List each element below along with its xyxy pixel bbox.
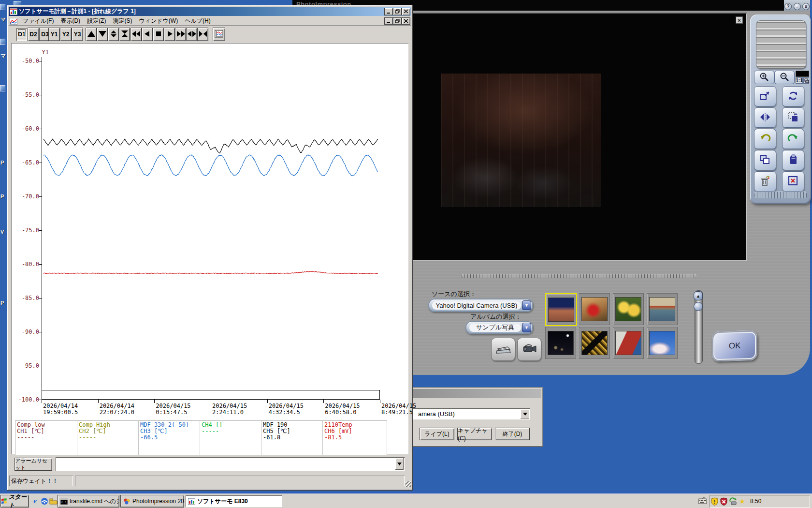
resize-button[interactable]: [754, 86, 776, 106]
series-value: -----: [202, 428, 261, 434]
photoimpression-icon: [123, 498, 130, 505]
paste-button[interactable]: [782, 150, 804, 170]
thumbnail-harbor-town[interactable]: [647, 293, 678, 325]
desktop-icon-fragment: [0, 39, 5, 45]
help-button[interactable]: ?: [784, 3, 792, 10]
desktop-icon-label-fragment: P: [0, 194, 4, 199]
series-value: -81.5: [324, 434, 384, 441]
alarm-reset-button[interactable]: アラームリセット: [15, 458, 52, 470]
album-select-label: アルバムの選択：: [470, 313, 522, 321]
ok-button[interactable]: OK: [712, 330, 757, 361]
y-axis-line: [42, 57, 42, 400]
harbor-town-image: [649, 297, 675, 321]
taskbar-task-3[interactable]: ソフトサーモ E830: [186, 495, 282, 507]
redo-button[interactable]: [782, 129, 804, 149]
series-value: -----: [17, 434, 77, 441]
thumbnail-night-skyline[interactable]: [545, 327, 576, 359]
tray-shield-error-icon[interactable]: [720, 497, 728, 506]
keyboard-layout-icon[interactable]: [698, 497, 707, 506]
zoom-in-button[interactable]: [754, 71, 774, 84]
scanner-icon: [495, 343, 511, 356]
scroll-ball[interactable]: [694, 302, 703, 311]
thumbnail-yellow-flowers[interactable]: [613, 293, 644, 325]
actual-size-button[interactable]: 1:1: [796, 77, 803, 84]
camera-source-button[interactable]: [517, 338, 541, 361]
zoom-in-icon: [759, 72, 769, 83]
scroll-up-button[interactable]: ▲: [694, 291, 703, 300]
x-axis-label: 2026/04/15 0:15:47.5: [156, 403, 200, 416]
y-axis-label: -80.0: [17, 261, 39, 268]
chevron-down-icon[interactable]: ▼: [522, 300, 531, 310]
live-button[interactable]: ライブ(L): [420, 428, 454, 440]
legend-ch2: Comp-HighCH2 [℃]-----: [77, 421, 138, 455]
thumbnail-cardinal-bird[interactable]: [579, 293, 610, 325]
softthermo-icon: [188, 498, 195, 505]
resize-grip[interactable]: [406, 481, 411, 487]
exit-button[interactable]: 終了(D): [495, 428, 529, 440]
scanner-source-button[interactable]: [491, 338, 515, 361]
yellow-flowers-image: [615, 297, 641, 321]
flip-horizontal-button[interactable]: [754, 107, 776, 128]
desktop-icon-fragment: [0, 85, 5, 91]
album-select-dropdown[interactable]: サンプル写真 ▼: [465, 321, 533, 334]
y-axis-label: -70.0: [17, 193, 39, 200]
alarm-combobox[interactable]: [56, 457, 405, 471]
cardinal-bird-image: [581, 297, 608, 321]
close-button[interactable]: x: [802, 3, 810, 10]
chevron-down-icon[interactable]: [521, 409, 529, 418]
remove-button[interactable]: [782, 171, 804, 192]
video-camera-icon: [521, 343, 537, 356]
thumbnail-rock-spires[interactable]: [545, 293, 577, 326]
legend-ch3: MDF-330-2(-50)CH3 [℃]-66.5: [138, 421, 200, 455]
gold-weave-image: [581, 331, 608, 355]
thumbnail-scrollbar[interactable]: [695, 290, 703, 364]
desktop-icon-label-fragment: P: [0, 160, 4, 165]
capture-button[interactable]: キャプチャ(C): [458, 428, 492, 440]
chevron-down-icon[interactable]: ▼: [522, 323, 531, 332]
quicklaunch-ie-icon[interactable]: e: [31, 497, 39, 505]
tray-icons: !★: [710, 497, 746, 506]
taskbar-task-2[interactable]: PhotoImpression 2000: [121, 495, 184, 507]
source-select-dropdown[interactable]: Yahoo! Digital Camera (USB) ▼: [428, 299, 533, 312]
series-ch5-line: [44, 139, 378, 153]
crop-rotate-button[interactable]: [782, 107, 804, 128]
taskbar-task-1[interactable]: C:\transfile.cmd へのショート...: [58, 495, 119, 507]
y-axis-label: -90.0: [17, 329, 39, 335]
quicklaunch-folder-icon[interactable]: [49, 497, 58, 505]
y-axis-label: -75.0: [17, 227, 39, 234]
tray-update-device-icon[interactable]: [729, 497, 737, 506]
desktop-icon-fragment: [0, 4, 5, 10]
chevron-down-icon[interactable]: [395, 458, 404, 470]
start-button[interactable]: スタート: [1, 495, 29, 507]
zoom-out-button[interactable]: [774, 71, 795, 84]
thumbnail-gold-weave[interactable]: [579, 327, 610, 359]
series-ch6-line: [44, 271, 378, 274]
tray-shield-warning-icon[interactable]: !: [710, 497, 719, 506]
delete-button[interactable]: [754, 171, 776, 192]
x-tick-mark: [380, 400, 380, 403]
x-axis-label: 2026/04/14 22:07:24.0: [100, 403, 144, 416]
close-icon[interactable]: ×: [736, 16, 743, 24]
delete-icon: [759, 175, 771, 188]
desktop-icon-label-fragment: マ: [0, 52, 6, 60]
y-axis-label: -50.0: [17, 58, 39, 64]
series-ch3-line: [44, 155, 378, 176]
series-value: -66.5: [140, 434, 200, 441]
thumbnail-ship-flag[interactable]: [613, 327, 644, 359]
thumbnail-sky-clouds[interactable]: [647, 327, 678, 359]
panel-bottom-grip[interactable]: [754, 192, 807, 198]
undo-button[interactable]: [754, 129, 776, 149]
rotate-button[interactable]: [782, 86, 804, 106]
zoom-value-display: [796, 71, 809, 77]
fit-window-icon[interactable]: [803, 77, 809, 84]
softthermo-window: ソフトサーモ計測－計測1 - [折れ線グラフ 1] ファイル(F)表示(D)設定…: [7, 5, 413, 491]
legend-ch5: MDF-190CH5 [℃]-61.8: [261, 421, 322, 455]
chart-title: Y1: [29, 49, 49, 56]
copy-button[interactable]: [754, 150, 776, 170]
panel-grip[interactable]: [756, 20, 806, 69]
tray-star-icon[interactable]: ★: [738, 497, 746, 506]
quicklaunch-channels-icon[interactable]: [40, 497, 48, 505]
task-label: ソフトサーモ E830: [197, 497, 248, 506]
minimize-button[interactable]: -: [794, 3, 801, 10]
start-label: スタート: [9, 493, 29, 508]
